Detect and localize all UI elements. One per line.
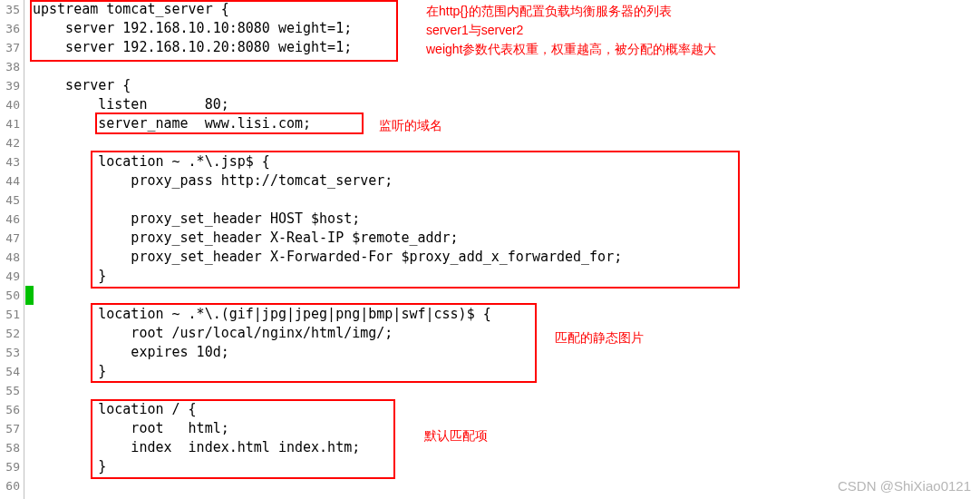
code-line[interactable]: expires 10d; — [33, 343, 622, 362]
line-number: 42 — [0, 133, 22, 152]
line-number: 38 — [0, 57, 22, 76]
line-number: 53 — [0, 343, 22, 362]
line-number-gutter: 3536373839404142434445464748495051525354… — [0, 0, 22, 495]
cursor-indicator — [25, 286, 34, 305]
code-line[interactable] — [33, 57, 622, 76]
code-line[interactable]: location ~ .*\.(gif|jpg|jpeg|png|bmp|swf… — [33, 305, 622, 324]
annotation-upstream-line1: 在http{}的范围内配置负载均衡服务器的列表 — [426, 2, 672, 20]
code-line[interactable]: location ~ .*\.jsp$ { — [33, 152, 622, 171]
code-line[interactable]: listen 80; — [33, 95, 622, 114]
line-number: 54 — [0, 362, 22, 381]
code-line[interactable]: index index.html index.htm; — [33, 438, 622, 457]
line-number: 39 — [0, 76, 22, 95]
code-line[interactable] — [33, 133, 622, 152]
code-area[interactable]: upstream tomcat_server { server 192.168.… — [33, 0, 622, 495]
annotation-server-name: 监听的域名 — [379, 116, 442, 134]
code-line[interactable]: proxy_pass http://tomcat_server; — [33, 171, 622, 191]
annotation-upstream-line3: weight参数代表权重，权重越高，被分配的概率越大 — [426, 40, 716, 58]
code-line[interactable]: } — [33, 362, 622, 381]
code-line[interactable]: server { — [33, 76, 622, 95]
editor-viewport: 3536373839404142434445464748495051525354… — [0, 0, 980, 499]
gutter-divider — [24, 0, 24, 499]
line-number: 55 — [0, 381, 22, 400]
code-line[interactable]: server_name www.lisi.com; — [33, 114, 622, 133]
line-number: 59 — [0, 457, 22, 476]
code-line[interactable]: proxy_set_header HOST $host; — [33, 210, 622, 229]
code-line[interactable] — [33, 381, 622, 400]
code-line[interactable]: server 192.168.10.10:8080 weight=1; — [33, 19, 622, 38]
line-number: 60 — [0, 476, 22, 495]
line-number: 41 — [0, 114, 22, 133]
annotation-static-img: 匹配的静态图片 — [555, 328, 644, 347]
code-line[interactable]: root /usr/local/nginx/html/img/; — [33, 324, 622, 343]
code-line[interactable]: location / { — [33, 400, 622, 419]
line-number: 51 — [0, 305, 22, 324]
line-number: 37 — [0, 38, 22, 57]
code-line[interactable] — [33, 191, 622, 210]
line-number: 44 — [0, 171, 22, 191]
line-number: 36 — [0, 19, 22, 38]
code-line[interactable]: } — [33, 267, 622, 286]
code-line[interactable]: proxy_set_header X-Real-IP $remote_addr; — [33, 229, 622, 248]
annotation-upstream-line2: server1与server2 — [426, 21, 523, 39]
code-line[interactable] — [33, 286, 622, 305]
line-number: 50 — [0, 286, 22, 305]
line-number: 40 — [0, 95, 22, 114]
line-number: 49 — [0, 267, 22, 286]
line-number: 48 — [0, 248, 22, 267]
line-number: 35 — [0, 0, 22, 19]
code-line[interactable]: proxy_set_header X-Forwarded-For $proxy_… — [33, 248, 622, 267]
annotation-default-loc: 默认匹配项 — [424, 426, 488, 445]
watermark-text: CSDN @ShiXiao0121 — [838, 478, 971, 494]
line-number: 43 — [0, 152, 22, 171]
line-number: 56 — [0, 400, 22, 419]
line-number: 58 — [0, 438, 22, 457]
code-line[interactable]: root html; — [33, 419, 622, 438]
code-line[interactable]: } — [33, 457, 622, 476]
line-number: 46 — [0, 210, 22, 229]
line-number: 45 — [0, 191, 22, 210]
code-line[interactable] — [33, 476, 622, 495]
line-number: 47 — [0, 229, 22, 248]
line-number: 52 — [0, 324, 22, 343]
line-number: 57 — [0, 419, 22, 438]
